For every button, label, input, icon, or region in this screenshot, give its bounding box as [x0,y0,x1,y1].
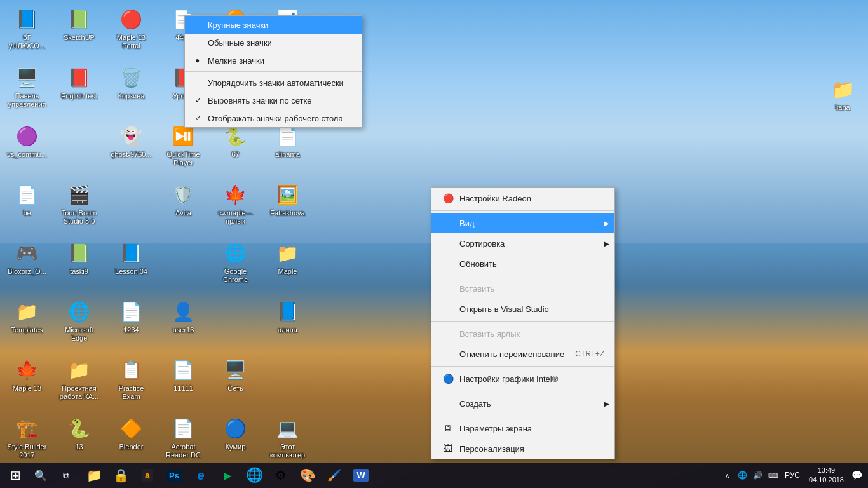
context-menu: 🔴 Настройки Radeon Вид Сортировка Обнови… [431,187,615,459]
taskbar-word[interactable]: W [348,463,374,488]
submenu-show-icons[interactable]: ✓ Отображать значки рабочего стола [185,109,362,127]
taskbar-amazon[interactable]: a [135,463,160,488]
desktop-icon-templates[interactable]: 📁Templates [3,295,51,353]
tray-notification[interactable]: 💬 [850,469,863,482]
taskbar-paint[interactable]: 🎨 [295,463,320,488]
submenu-small-icons[interactable]: ● Мелкие значки [185,51,362,69]
submenu-auto-arrange[interactable]: Упорядочить значки автоматически [185,74,362,92]
menu-item-display[interactable]: 🖥 Параметры экрана [431,418,614,438]
set-label: Сеть [227,384,243,393]
file-explorer-icon: 📁 [86,468,102,483]
templates-icon: 📁 [15,299,40,324]
grid-check: ✓ [195,96,205,105]
desktop-icon-kumir[interactable]: 🔵Кумир [212,412,259,470]
start-icon: ⊞ [10,468,21,483]
desktop-icon-file1234[interactable]: 📄1234 [107,295,155,353]
menu-item-undo-rename[interactable]: Отменить переименование CTRL+Z [431,344,614,364]
desktop-icon-msedge[interactable]: 🌐Microsoft Edge [55,295,103,353]
vs-icon [442,302,454,315]
desktop-icon-recycle[interactable]: 🗑️Корзина [107,62,155,119]
desktop-icon-stylebuilder[interactable]: 🏗️Style Builder 2017 [3,412,51,470]
taskbar-edge[interactable]: e [188,463,214,488]
ghost-label: ghost-9760... [111,151,151,159]
practice-label: Practice Exam [109,384,153,401]
desktop-icon-engtest[interactable]: 📕English test [55,62,103,119]
lesson04-icon: 📘 [119,240,144,266]
recycle-label: Корзина [118,92,145,100]
bloxorz-label: Bloxorz_O... [8,268,46,276]
vscomm-icon: 🟣 [15,123,40,149]
color-icon: 🖌️ [327,468,341,482]
desktop-icon-file13[interactable]: 🐍13 [55,412,103,470]
menu-item-paste-shortcut: Вставить ярлык [431,323,614,344]
clock-date: 04.10.2018 [809,475,844,485]
taskbar-media[interactable]: ▶ [215,463,240,488]
tray-sound[interactable]: 🔊 [752,469,764,482]
desktop-icon-proekt[interactable]: 📁Проектная работа КА... [55,354,103,411]
menu-item-refresh[interactable]: Обновить [431,254,614,274]
submenu-normal-icons[interactable]: Обычные значки [185,34,362,51]
desktop-icon-alinama[interactable]: 📄alinama [264,120,311,177]
tray-network[interactable]: 🌐 [736,469,749,482]
desktop-icon-liana[interactable]: 📁 liana [830,76,855,112]
desktop-icon-acrobat[interactable]: 📄Acrobat Reader DC [159,412,207,470]
desktop-icon-panel[interactable]: 🖥️Панель управления [3,62,51,119]
desktop-icon-filebe[interactable]: 📄be [3,179,51,236]
menu-item-open-vs[interactable]: Открыть в Visual Studio [431,299,614,319]
desktop-icon-lesson04[interactable]: 📘Lesson 04 [107,237,155,294]
tray-expand[interactable]: ∧ [721,469,734,482]
taskbar-color[interactable]: 🖌️ [322,463,347,488]
submenu-large-icons[interactable]: Крупные значки [185,16,362,34]
desktop-icon-alina[interactable]: 📘алина [264,295,311,353]
desktop-icon-chrome[interactable]: 🌐Google Chrome [212,237,259,294]
desktop-icon-bloxorz[interactable]: 🎮Bloxorz_O... [3,237,51,294]
menu-item-view[interactable]: Вид [431,213,614,233]
menu-item-radeon[interactable]: 🔴 Настройки Radeon [431,188,614,208]
taskbar-photoshop[interactable]: Ps [161,463,187,488]
desktop-icon-ghost[interactable]: 👻ghost-9760... [107,120,155,177]
menu-item-sort[interactable]: Сортировка [431,233,614,254]
desktop-icon-practice[interactable]: 📋Practice Exam [107,354,155,411]
desktop-icon-maple13[interactable]: 🍁Maple 13 [3,354,51,411]
tray-keyboard[interactable]: ⌨ [767,469,780,482]
taskbar-lock[interactable]: 🔒 [108,463,133,488]
amazon-icon: a [142,469,153,482]
file1234-icon: 📄 [119,299,144,324]
taskbar-language[interactable]: РУС [782,471,803,480]
task19-label: taski9 [70,268,88,276]
menu-item-create[interactable]: Создать [431,393,614,414]
start-button[interactable]: ⊞ [3,463,28,488]
desktop-icon-fattakhova[interactable]: 🖼️Fattakhova [264,179,311,236]
desktop-icon-task19[interactable]: 📗taski9 [55,237,103,294]
desktop-icon-word2[interactable]: 📗SketchUP [55,3,103,60]
desktop-icon-file11111[interactable]: 📄11111 [159,354,207,411]
taskbar-apps: 📁 🔒 a Ps e ▶ 🌐 ⚙ 🎨 [81,463,719,488]
taskbar-clock[interactable]: 13:49 04.10.2018 [805,466,848,485]
desktop-icon-word1[interactable]: 📘бГ уНЛЮСО... [3,3,51,60]
desktop-icon-quicktime[interactable]: ⏯️QuickTime Player [159,120,207,177]
liana-label: liana [835,104,850,112]
desktop-icon-empty [55,120,103,177]
desktop-icon-avira[interactable]: 🛡️Avira [159,179,207,236]
desktop-icon-user13[interactable]: 👤user13 [159,295,207,353]
submenu-align-grid[interactable]: ✓ Выровнять значки по сетке [185,92,362,109]
desktop-icon-portal13[interactable]: 🔴Maple 13 Portal [107,3,155,60]
acrobat-label: Acrobat Reader DC [161,443,205,459]
menu-item-personalize[interactable]: 🖼 Персонализация [431,438,614,459]
desktop-icon-cwmaple[interactable]: 🍁cwmaple— ярлык [212,179,259,236]
panel-icon: 🖥️ [15,65,40,90]
search-button[interactable]: 🔍 [28,463,53,488]
desktop-icon-py67[interactable]: 🐍67 [212,120,259,177]
menu-item-intel[interactable]: 🔵 Настройки графики Intel® [431,369,614,389]
desktop-icon-thispc[interactable]: 💻Этот компьютер [264,412,311,470]
taskbar-chrome[interactable]: 🌐 [241,463,267,488]
msedge-label: Microsoft Edge [57,326,101,342]
taskbar-settings[interactable]: ⚙ [268,463,294,488]
task-view-button[interactable]: ⧉ [53,463,79,488]
desktop-icon-blender[interactable]: 🔶Blender [107,412,155,470]
taskbar-file-explorer[interactable]: 📁 [81,463,107,488]
desktop-icon-vscomm[interactable]: 🟣vs_commu... [3,120,51,177]
desktop-icon-set[interactable]: 🖥️Сеть [212,354,259,411]
desktop-icon-maple[interactable]: 📁Maple [264,237,311,294]
desktop-icon-toonboom[interactable]: 🎬Toon Boom Studio 8.0 [55,179,103,236]
